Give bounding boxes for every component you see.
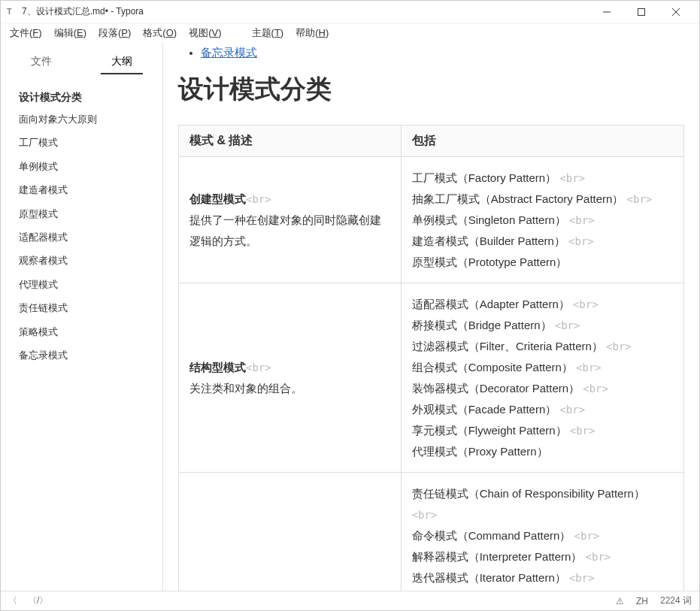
outline-list: 设计模式分类面向对象六大原则工厂模式单例模式建造者模式原型模式适配器模式观察者模… xyxy=(1,74,162,367)
main-area: 文件 大纲 设计模式分类面向对象六大原则工厂模式单例模式建造者模式原型模式适配器… xyxy=(1,43,699,591)
menu-o[interactable]: 格式(O) xyxy=(138,25,181,41)
outline-item[interactable]: 备忘录模式 xyxy=(1,343,162,367)
table-row: 创建型模式<br>提供了一种在创建对象的同时隐藏创建逻辑的方式。工厂模式（Fac… xyxy=(179,157,684,283)
outline-item[interactable]: 责任链模式 xyxy=(1,296,162,319)
maximize-button[interactable] xyxy=(624,1,659,23)
cell-includes[interactable]: 适配器模式（Adapter Pattern） <br>桥接模式（Bridge P… xyxy=(401,283,683,473)
th-desc: 模式 & 描述 xyxy=(179,126,402,157)
toc-link-memo[interactable]: 备忘录模式 xyxy=(201,46,257,59)
window-title: 7、设计模式汇总.md• - Typora xyxy=(22,5,589,18)
source-code-icon[interactable]: 〈/〉 xyxy=(28,594,48,607)
sidebar-tabs: 文件 大纲 xyxy=(1,43,162,74)
close-button[interactable] xyxy=(659,1,693,23)
back-icon[interactable]: 〈 xyxy=(8,594,17,607)
app-icon: T xyxy=(7,7,17,17)
sidebar: 文件 大纲 设计模式分类面向对象六大原则工厂模式单例模式建造者模式原型模式适配器… xyxy=(1,43,163,591)
editor-content[interactable]: 备忘录模式 设计模式分类 模式 & 描述 包括 创建型模式<br>提供了一种在创… xyxy=(163,43,699,591)
statusbar: 〈 〈/〉 ⚠ ZH 2224 词 xyxy=(1,591,699,610)
menu-v[interactable]: 视图(V) xyxy=(184,25,226,41)
cell-includes[interactable]: 责任链模式（Chain of Responsibility Pattern） <… xyxy=(401,473,683,591)
cell-desc[interactable]: 结构型模式<br>关注类和对象的组合。 xyxy=(179,283,402,473)
titlebar: T 7、设计模式汇总.md• - Typora xyxy=(1,1,699,23)
toc-list: 备忘录模式 xyxy=(201,46,684,60)
menu-e[interactable]: 编辑(E) xyxy=(50,25,91,41)
tab-file[interactable]: 文件 xyxy=(20,50,62,74)
patterns-table: 模式 & 描述 包括 创建型模式<br>提供了一种在创建对象的同时隐藏创建逻辑的… xyxy=(178,125,684,591)
tab-outline[interactable]: 大纲 xyxy=(101,50,143,74)
page-heading[interactable]: 设计模式分类 xyxy=(178,72,684,107)
outline-item[interactable]: 建造者模式 xyxy=(1,178,162,201)
warning-icon[interactable]: ⚠ xyxy=(616,596,624,606)
menu-h[interactable]: 帮助(H) xyxy=(291,25,333,41)
outline-item[interactable]: 代理模式 xyxy=(1,273,162,296)
window-controls xyxy=(589,1,693,23)
outline-item[interactable]: 面向对象六大原则 xyxy=(1,107,162,131)
menu-f[interactable]: 文件(F) xyxy=(5,25,47,41)
table-row: 结构型模式<br>关注类和对象的组合。适配器模式（Adapter Pattern… xyxy=(179,283,684,473)
outline-heading[interactable]: 设计模式分类 xyxy=(1,88,162,107)
cell-includes[interactable]: 工厂模式（Factory Pattern） <br>抽象工厂模式（Abstrac… xyxy=(401,157,683,283)
toc-item: 备忘录模式 xyxy=(201,46,684,60)
svg-rect-1 xyxy=(638,8,645,15)
table-row: 责任链模式（Chain of Responsibility Pattern） <… xyxy=(179,473,684,591)
menu-p[interactable]: 段落(P) xyxy=(94,25,135,41)
outline-item[interactable]: 工厂模式 xyxy=(1,131,162,154)
outline-item[interactable]: 单例模式 xyxy=(1,155,162,178)
th-includes: 包括 xyxy=(401,126,683,157)
status-wordcount[interactable]: 2224 词 xyxy=(660,594,692,607)
minimize-button[interactable] xyxy=(589,1,624,23)
menu-t[interactable]: 主题(T) xyxy=(247,25,289,41)
outline-item[interactable]: 策略模式 xyxy=(1,320,162,343)
outline-item[interactable]: 观察者模式 xyxy=(1,249,162,272)
cell-desc[interactable] xyxy=(179,473,402,591)
cell-desc[interactable]: 创建型模式<br>提供了一种在创建对象的同时隐藏创建逻辑的方式。 xyxy=(179,157,402,283)
menubar: 文件(F)编辑(E)段落(P)格式(O)视图(V)主题(T)帮助(H) xyxy=(1,23,699,43)
outline-item[interactable]: 原型模式 xyxy=(1,202,162,225)
outline-item[interactable]: 适配器模式 xyxy=(1,225,162,249)
content-wrap: 备忘录模式 设计模式分类 模式 & 描述 包括 创建型模式<br>提供了一种在创… xyxy=(163,43,699,591)
status-language[interactable]: ZH xyxy=(636,596,648,606)
